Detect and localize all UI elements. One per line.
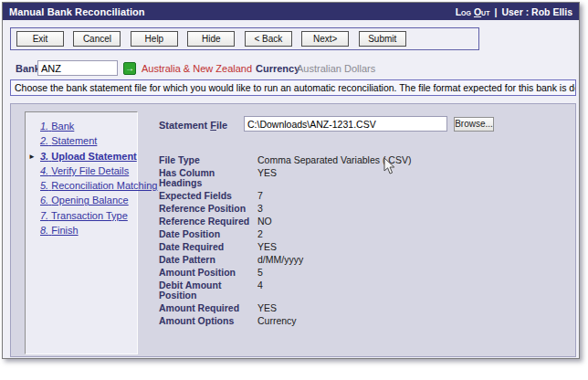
step-label: Transaction Type bbox=[51, 210, 128, 221]
step-number: 7. bbox=[40, 210, 48, 221]
main-panel: 1. Bank 2. Statement ►3. Upload Statemen… bbox=[10, 103, 576, 357]
step-number: 8. bbox=[40, 225, 48, 236]
sidebar-item-finish[interactable]: 8. Finish bbox=[40, 223, 137, 238]
detail-value: Currency bbox=[257, 316, 411, 326]
currency-label: Currency bbox=[256, 63, 299, 74]
sidebar-item-transaction-type[interactable]: 7. Transaction Type bbox=[40, 208, 137, 223]
detail-label: Reference Required bbox=[159, 216, 257, 227]
detail-label: Expected Fields bbox=[159, 191, 257, 201]
bank-code-input[interactable] bbox=[37, 60, 118, 76]
instruction-message: Choose the bank statement file for which… bbox=[10, 79, 576, 96]
detail-label: File Type bbox=[159, 155, 257, 165]
statement-file-label-text-post: ile bbox=[216, 120, 227, 131]
sidebar-item-opening-balance[interactable]: 6. Opening Balance bbox=[40, 193, 137, 207]
detail-value: 7 bbox=[257, 191, 411, 201]
step-number: 4. bbox=[40, 165, 48, 176]
toolbar: Exit Cancel Help Hide < Back Next> Submi… bbox=[10, 27, 479, 50]
step-label: Opening Balance bbox=[51, 195, 128, 206]
title-bar: Manual Bank Reconciliation Log Out | Use… bbox=[3, 3, 579, 20]
detail-label: Has Column Headings bbox=[159, 168, 257, 188]
sidebar-item-statement[interactable]: 2. Statement bbox=[40, 133, 137, 148]
steps-sidebar: 1. Bank 2. Statement ►3. Upload Statemen… bbox=[25, 111, 138, 354]
detail-value: 3 bbox=[257, 204, 411, 214]
exit-button[interactable]: Exit bbox=[16, 31, 64, 47]
detail-label: Date Position bbox=[159, 229, 257, 239]
detail-label: Amount Position bbox=[159, 268, 257, 278]
step-list: 1. Bank 2. Statement ►3. Upload Statemen… bbox=[26, 119, 137, 238]
detail-value: 5 bbox=[257, 268, 411, 278]
current-step-marker-icon: ► bbox=[28, 150, 36, 164]
browse-button[interactable]: Browse... bbox=[454, 117, 494, 132]
bank-name-text: Australia & New Zealand bbox=[142, 63, 252, 74]
detail-value: 2 bbox=[257, 229, 411, 239]
step-label: Upload Statement bbox=[51, 151, 137, 162]
step-label: Finish bbox=[51, 225, 78, 236]
detail-label: Date Pattern bbox=[159, 255, 257, 265]
statement-file-access-key: F bbox=[210, 120, 216, 131]
detail-value: YES bbox=[257, 303, 411, 313]
step-number: 3. bbox=[40, 151, 48, 162]
back-button[interactable]: < Back bbox=[245, 31, 292, 47]
step-number: 1. bbox=[40, 121, 48, 132]
detail-label: Amount Options bbox=[159, 316, 257, 326]
detail-value: 4 bbox=[257, 280, 411, 301]
hide-button[interactable]: Hide bbox=[187, 31, 235, 47]
detail-label: Debit Amount Position bbox=[159, 280, 257, 301]
sidebar-item-reconciliation-matching[interactable]: 5. Reconciliation Matching bbox=[40, 178, 137, 193]
statement-file-label-text: Statement bbox=[159, 120, 210, 131]
step-number: 6. bbox=[40, 195, 48, 206]
step-label: Verify File Details bbox=[51, 165, 129, 176]
go-arrow-icon[interactable]: → bbox=[123, 62, 136, 75]
step-label: Bank bbox=[51, 121, 74, 132]
sidebar-item-upload-statement[interactable]: ►3. Upload Statement bbox=[40, 149, 137, 164]
statement-file-input[interactable] bbox=[244, 116, 447, 132]
detail-label: Date Required bbox=[159, 242, 257, 252]
step-number: 2. bbox=[40, 135, 48, 146]
sidebar-item-bank[interactable]: 1. Bank bbox=[40, 119, 137, 133]
user-label: User : Rob Ellis bbox=[501, 6, 572, 17]
statement-file-label: Statement File bbox=[159, 120, 227, 131]
detail-label: Reference Position bbox=[159, 204, 257, 214]
sidebar-item-verify-file-details[interactable]: 4. Verify File Details bbox=[40, 164, 137, 178]
file-format-details: File TypeComma Separated Variables (.CSV… bbox=[159, 155, 411, 326]
submit-button[interactable]: Submit bbox=[359, 31, 406, 47]
bank-label: Bank bbox=[16, 63, 40, 74]
step-label: Reconciliation Matching bbox=[51, 180, 157, 191]
help-button[interactable]: Help bbox=[131, 31, 178, 47]
step-label: Statement bbox=[51, 135, 97, 146]
mouse-cursor bbox=[383, 157, 395, 175]
currency-value: Australian Dollars bbox=[297, 63, 375, 74]
logout-access-key: O bbox=[474, 6, 481, 17]
logout-link[interactable]: Log Out bbox=[456, 6, 490, 17]
detail-label: Amount Required bbox=[159, 303, 257, 313]
app-window: Manual Bank Reconciliation Log Out | Use… bbox=[2, 2, 580, 359]
cancel-button[interactable]: Cancel bbox=[73, 31, 121, 47]
logout-text-post: ut bbox=[481, 6, 489, 17]
logout-text: Log bbox=[456, 6, 474, 17]
titlebar-right: Log Out | User : Rob Ellis bbox=[456, 6, 572, 17]
next-button[interactable]: Next> bbox=[301, 31, 349, 47]
step-number: 5. bbox=[40, 180, 48, 191]
titlebar-separator: | bbox=[494, 6, 497, 17]
page-title: Manual Bank Reconciliation bbox=[9, 6, 145, 17]
detail-value: d/MM/yyyy bbox=[257, 255, 411, 265]
detail-value: YES bbox=[257, 242, 411, 252]
detail-value: NO bbox=[257, 216, 411, 227]
